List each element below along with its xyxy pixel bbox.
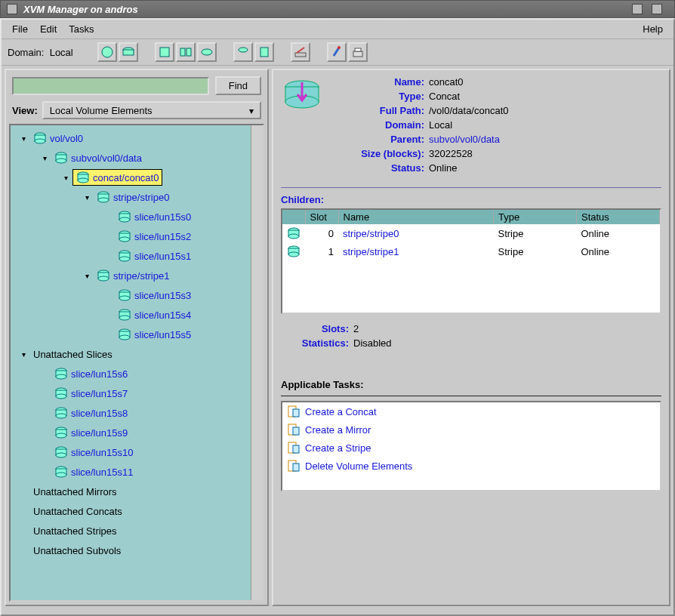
tb-btn-4[interactable] <box>176 42 196 62</box>
slice-icon <box>54 406 68 420</box>
toolbar: Domain: Local <box>2 39 673 66</box>
col-type[interactable]: Type <box>494 210 577 224</box>
tree-item[interactable]: ▾vol/vol0 <box>12 128 261 148</box>
tree-item[interactable]: slice/lun15s5 <box>12 325 261 344</box>
tree-item-label: vol/vol0 <box>50 133 83 144</box>
tree-expand-handle <box>39 447 50 457</box>
task-item[interactable]: Delete Volume Elements <box>282 457 660 475</box>
menu-file[interactable]: File <box>6 22 34 36</box>
tree-item[interactable]: slice/lun15s3 <box>12 285 261 305</box>
tree-item[interactable]: Unattached Stripes <box>12 521 261 541</box>
svg-point-72 <box>288 252 299 257</box>
menu-edit[interactable]: Edit <box>34 22 63 36</box>
tree-expand-handle[interactable]: ▾ <box>60 172 71 183</box>
svg-rect-8 <box>260 48 268 57</box>
children-table[interactable]: Slot Name Type Status 0stripe/stripe0Str… <box>281 208 661 314</box>
stripe-icon <box>97 269 110 282</box>
tree-item[interactable]: slice/lun15s0 <box>12 207 261 226</box>
task-item[interactable]: Create a Mirror <box>282 420 660 439</box>
view-select[interactable]: Local Volume Elements <box>42 101 261 119</box>
window-title: XVM Manager on andros <box>23 4 138 15</box>
vol-icon <box>33 131 47 145</box>
svg-rect-3 <box>160 48 169 57</box>
slice-icon <box>118 328 131 341</box>
tree-item[interactable]: ▾subvol/vol0/data <box>12 148 261 168</box>
tb-btn-5[interactable] <box>197 42 217 62</box>
tree-expand-handle[interactable]: ▾ <box>18 133 29 143</box>
tree-item-label: slice/lun15s9 <box>71 427 128 439</box>
slots-value: 2 <box>353 323 661 334</box>
tree-view[interactable]: ▾vol/vol0▾subvol/vol0/data▾concat/concat… <box>9 124 264 602</box>
tree-expand-handle[interactable]: ▾ <box>18 349 29 359</box>
tasks-list[interactable]: Create a ConcatCreate a MirrorCreate a S… <box>281 401 661 491</box>
tb-btn-8[interactable] <box>291 42 310 62</box>
tb-btn-6[interactable] <box>233 42 253 62</box>
tree-item[interactable]: ▾concat/concat0 <box>12 168 261 187</box>
tree-item[interactable]: Unattached Concats <box>12 501 261 521</box>
tree-item[interactable]: Unattached Mirrors <box>12 482 261 501</box>
minimize-button[interactable] <box>632 4 643 14</box>
slice-icon <box>54 465 68 479</box>
col-status[interactable]: Status <box>577 210 660 224</box>
app-frame: File Edit Tasks Help Domain: Local <box>0 18 675 616</box>
tree-item[interactable]: ▾stripe/stripe1 <box>12 266 261 285</box>
svg-point-15 <box>35 139 45 143</box>
tree-item[interactable]: slice/lun15s7 <box>12 383 261 403</box>
tree-item[interactable]: slice/lun15s6 <box>12 364 261 383</box>
window-menu-icon[interactable] <box>7 4 17 14</box>
tree-item[interactable]: slice/lun15s9 <box>12 423 261 442</box>
children-heading: Children: <box>281 194 661 205</box>
task-item[interactable]: Create a Stripe <box>282 439 660 457</box>
tree-expand-handle[interactable]: ▾ <box>82 192 92 202</box>
maximize-button[interactable] <box>652 4 662 14</box>
tree-item[interactable]: slice/lun15s8 <box>12 403 261 423</box>
prop-status: Online <box>429 162 509 174</box>
tree-expand-handle <box>39 467 50 477</box>
svg-point-39 <box>119 296 130 300</box>
col-name[interactable]: Name <box>338 210 494 224</box>
menu-help[interactable]: Help <box>636 22 669 36</box>
tree-expand-handle <box>18 506 29 516</box>
find-input[interactable] <box>12 77 209 95</box>
subvol-icon <box>54 151 68 165</box>
children-row[interactable]: 1stripe/stripe1StripeOnline <box>282 242 660 260</box>
tree-item[interactable]: slice/lun15s2 <box>12 226 261 246</box>
tree-item[interactable]: ▾Unattached Slices <box>12 344 261 364</box>
tree-scrollbar[interactable] <box>251 125 263 600</box>
svg-rect-74 <box>293 409 299 417</box>
tb-btn-9[interactable] <box>327 42 347 62</box>
tree-item[interactable]: Unattached Subvols <box>12 541 261 560</box>
prop-type: Concat <box>429 91 509 102</box>
tb-btn-2[interactable] <box>119 42 138 62</box>
tb-btn-3[interactable] <box>155 42 174 62</box>
slice-icon <box>118 249 131 263</box>
tree-item[interactable]: slice/lun15s11 <box>12 462 261 482</box>
slice-icon <box>118 229 131 243</box>
tree-item-label: Unattached Stripes <box>33 525 117 537</box>
tb-btn-10[interactable] <box>348 42 368 62</box>
tree-item[interactable]: slice/lun15s4 <box>12 305 261 325</box>
view-label: View: <box>12 105 38 116</box>
tree-item[interactable]: slice/lun15s1 <box>12 246 261 266</box>
prop-parent-link[interactable]: subvol/vol0/data <box>429 134 509 145</box>
task-item[interactable]: Create a Concat <box>282 402 660 420</box>
tree-item[interactable]: ▾stripe/stripe0 <box>12 187 261 207</box>
menu-tasks[interactable]: Tasks <box>63 22 100 36</box>
tree-item-label: slice/lun15s4 <box>134 310 191 321</box>
tb-btn-7[interactable] <box>254 42 274 62</box>
svg-point-57 <box>56 433 66 438</box>
tree-item-label: slice/lun15s10 <box>71 447 133 458</box>
tree-expand-handle <box>39 408 50 418</box>
tree-expand-handle <box>18 545 29 556</box>
tree-item-label: slice/lun15s11 <box>71 467 133 478</box>
tb-btn-1[interactable] <box>97 42 117 62</box>
children-row[interactable]: 0stripe/stripe0StripeOnline <box>282 224 660 242</box>
col-slot[interactable]: Slot <box>305 210 338 224</box>
svg-point-69 <box>288 234 299 239</box>
task-icon <box>287 441 301 454</box>
find-button[interactable]: Find <box>215 76 261 95</box>
tree-item[interactable]: slice/lun15s10 <box>12 442 261 462</box>
tree-expand-handle[interactable]: ▾ <box>39 152 50 163</box>
tree-expand-handle[interactable]: ▾ <box>82 270 92 281</box>
svg-point-51 <box>56 394 66 399</box>
